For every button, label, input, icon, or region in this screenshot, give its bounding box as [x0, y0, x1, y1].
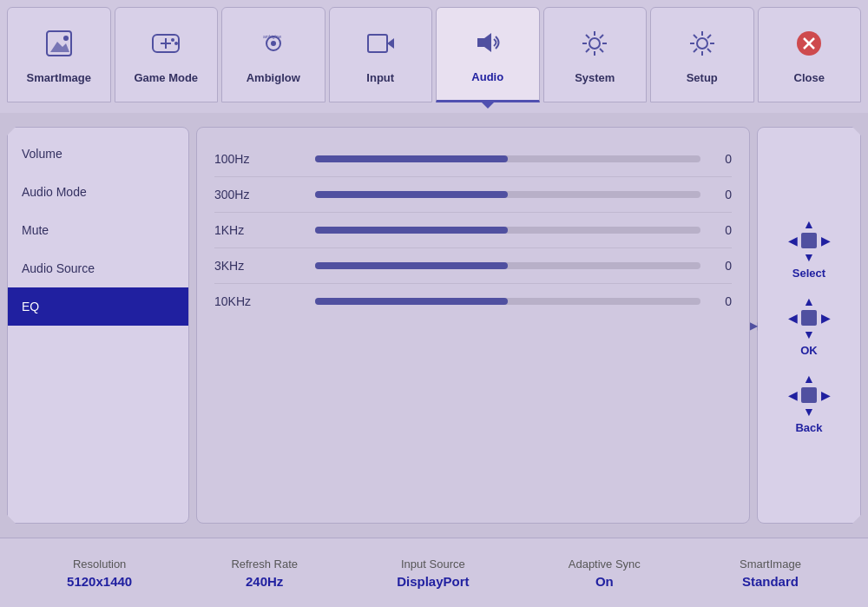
dpad-left[interactable]: ◀: [785, 233, 800, 248]
back-dpad-empty-br: [818, 404, 833, 419]
nav-system[interactable]: System: [543, 7, 648, 102]
svg-text:ambiglow: ambiglow: [263, 34, 282, 39]
dpad-center[interactable]: [801, 233, 817, 248]
top-navigation: SmartImage Game Mode ambiglow Ambiglow: [0, 0, 868, 113]
eq-row[interactable]: 10KHz 0: [214, 284, 732, 319]
input-icon: [365, 28, 396, 66]
nav-audio[interactable]: Audio: [436, 7, 540, 102]
eq-bar-container[interactable]: [315, 262, 700, 269]
svg-line-21: [586, 49, 589, 52]
svg-point-22: [697, 38, 707, 49]
nav-input[interactable]: Input: [329, 7, 433, 102]
left-menu-panel: Volume Audio Mode Mute Audio Source EQ: [7, 127, 189, 524]
ambiglow-icon: ambiglow: [258, 28, 289, 66]
dpad-empty-tr: [818, 216, 833, 232]
eq-frequency: 1KHz: [214, 223, 301, 237]
menu-audiosource[interactable]: Audio Source: [8, 249, 188, 287]
eq-value: 0: [714, 152, 732, 166]
eq-value: 0: [714, 259, 732, 273]
svg-line-29: [707, 35, 711, 38]
dpad-empty-tl: [785, 216, 800, 232]
resolution-label: Resolution: [73, 558, 126, 571]
menu-volume[interactable]: Volume: [8, 135, 188, 173]
dpad-right[interactable]: ▶: [818, 233, 833, 248]
svg-marker-11: [387, 38, 394, 49]
right-arrow-indicator: ▶: [750, 320, 758, 332]
eq-row[interactable]: 100Hz 0: [214, 142, 732, 177]
ok-dpad-empty-tr: [818, 294, 833, 309]
eq-bar-container[interactable]: [315, 227, 700, 234]
ok-dpad-right[interactable]: ▶: [818, 310, 833, 326]
close-label: Close: [794, 71, 825, 84]
input-source-label: Input Source: [401, 558, 465, 571]
ok-dpad-down[interactable]: ▼: [801, 327, 817, 342]
nav-ambiglow[interactable]: ambiglow Ambiglow: [221, 7, 326, 102]
nav-close[interactable]: Close: [758, 7, 862, 102]
back-dpad-center[interactable]: [801, 387, 817, 403]
svg-line-20: [600, 35, 603, 38]
svg-point-1: [63, 36, 69, 41]
svg-point-5: [171, 38, 174, 42]
input-label: Input: [366, 71, 394, 84]
ok-dpad-up[interactable]: ▲: [801, 294, 817, 309]
back-dpad-down[interactable]: ▼: [801, 404, 817, 419]
eq-bar: [315, 227, 508, 234]
status-adaptive: Adaptive Sync On: [569, 558, 641, 589]
dpad-empty-br: [818, 249, 833, 265]
status-bar: Resolution 5120x1440 Refresh Rate 240Hz …: [0, 538, 868, 607]
smartimage-icon: [43, 28, 75, 66]
svg-line-30: [694, 49, 697, 52]
status-input: Input Source DisplayPort: [397, 558, 469, 589]
svg-point-8: [271, 41, 276, 46]
eq-frequency: 10KHz: [214, 294, 301, 308]
eq-bar: [315, 262, 508, 269]
back-dpad-left[interactable]: ◀: [785, 387, 800, 403]
eq-frequency: 300Hz: [214, 188, 301, 201]
adaptive-label: Adaptive Sync: [569, 558, 641, 571]
controls-panel: ◀ ▲ ◀ ▶ ▼ Select ▲ ◀ ▶: [757, 127, 861, 524]
smartimage-label: SmartImage: [27, 71, 91, 84]
ok-dpad: ▲ ◀ ▶ ▼: [785, 294, 833, 342]
select-dpad: ▲ ◀ ▶ ▼: [785, 216, 833, 265]
eq-bar-container[interactable]: [315, 155, 700, 162]
eq-frequency: 100Hz: [214, 152, 301, 166]
ok-control: ▲ ◀ ▶ ▼ OK: [785, 294, 833, 357]
eq-bar-container[interactable]: [315, 298, 700, 305]
menu-eq[interactable]: EQ: [8, 287, 188, 326]
nav-smartimage[interactable]: SmartImage: [7, 7, 111, 102]
eq-row[interactable]: 300Hz 0: [214, 177, 732, 213]
status-resolution: Resolution 5120x1440: [67, 558, 132, 589]
eq-bar-container[interactable]: [315, 191, 700, 198]
eq-bar: [315, 155, 508, 162]
ok-dpad-empty-br: [818, 327, 833, 342]
back-dpad-right[interactable]: ▶: [818, 387, 833, 403]
status-smartimage: SmartImage Standard: [740, 558, 801, 589]
menu-mute[interactable]: Mute: [8, 211, 188, 249]
eq-value: 0: [714, 188, 732, 201]
back-dpad-empty-bl: [785, 404, 800, 419]
eq-row[interactable]: 1KHz 0: [214, 213, 732, 248]
menu-audiomode[interactable]: Audio Mode: [8, 173, 188, 211]
setup-icon: [687, 28, 718, 66]
eq-row[interactable]: 3KHz 0: [214, 248, 732, 284]
svg-line-27: [694, 35, 697, 38]
dpad-down[interactable]: ▼: [801, 249, 817, 265]
dpad-up[interactable]: ▲: [801, 216, 817, 232]
eq-rows: 100Hz 0 300Hz 0 1KHz 0 3KHz 0 10KHz: [214, 142, 732, 319]
back-dpad-up[interactable]: ▲: [801, 371, 817, 386]
system-icon: [579, 28, 610, 66]
smartimage-status-value: Standard: [742, 574, 799, 589]
ok-label: OK: [800, 344, 818, 357]
ambiglow-label: Ambiglow: [247, 71, 300, 84]
setup-label: Setup: [687, 71, 718, 84]
system-label: System: [575, 71, 615, 84]
svg-line-19: [600, 49, 603, 52]
ok-dpad-center[interactable]: [801, 310, 817, 326]
nav-setup[interactable]: Setup: [650, 7, 754, 102]
audio-icon: [472, 27, 503, 65]
svg-line-28: [707, 49, 711, 52]
refresh-label: Refresh Rate: [231, 558, 298, 571]
ok-dpad-left[interactable]: ◀: [785, 310, 800, 326]
nav-gamemode[interactable]: Game Mode: [115, 7, 219, 102]
eq-value: 0: [714, 294, 732, 308]
